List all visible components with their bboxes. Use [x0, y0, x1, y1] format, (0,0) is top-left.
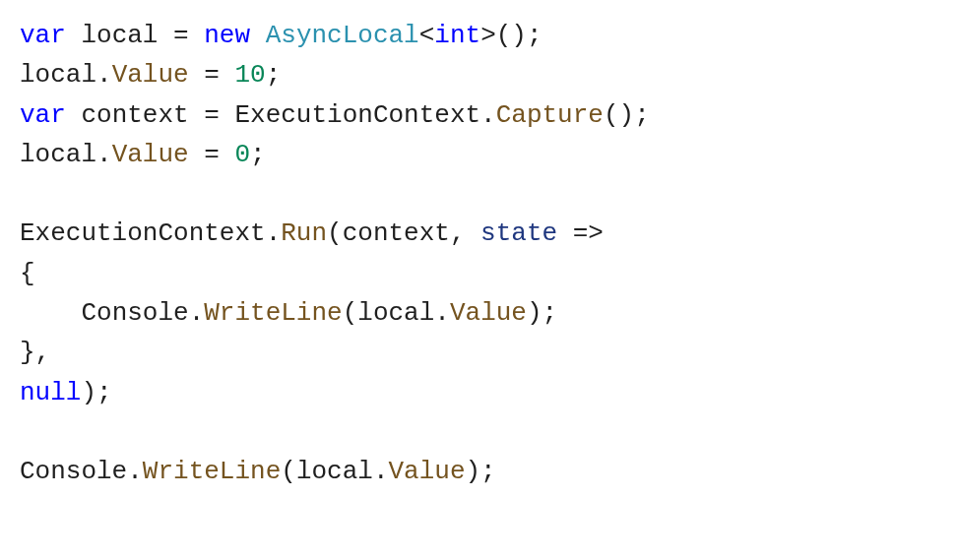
- code-line-7: {: [20, 259, 35, 288]
- method-writeline: WriteLine: [204, 298, 342, 328]
- code-line-10: null);: [20, 378, 112, 407]
- code-block: var local = new AsyncLocal<int>(); local…: [0, 0, 957, 508]
- identifier-local: local: [81, 21, 158, 50]
- method-run: Run: [281, 218, 327, 248]
- code-line-12: Console.WriteLine(local.Value);: [20, 457, 496, 486]
- code-line-2: local.Value = 10;: [20, 60, 281, 90]
- code-line-9: },: [20, 338, 50, 367]
- member-value: Value: [112, 60, 189, 90]
- keyword-int: int: [434, 21, 480, 50]
- class-console: Console: [81, 298, 188, 328]
- keyword-new: new: [204, 21, 250, 50]
- number-0: 0: [234, 140, 250, 169]
- param-state: state: [480, 218, 557, 248]
- class-executioncontext: ExecutionContext: [234, 100, 480, 130]
- code-line-4: local.Value = 0;: [20, 140, 266, 169]
- code-line-3: var context = ExecutionContext.Capture()…: [20, 100, 650, 130]
- keyword-var: var: [20, 21, 66, 50]
- code-line-6: ExecutionContext.Run(context, state =>: [20, 218, 604, 248]
- method-capture: Capture: [496, 100, 604, 130]
- number-10: 10: [234, 60, 265, 90]
- keyword-null: null: [20, 378, 81, 407]
- code-line-8: Console.WriteLine(local.Value);: [20, 298, 557, 328]
- code-line-1: var local = new AsyncLocal<int>();: [20, 21, 542, 50]
- type-asynclocal: AsyncLocal: [266, 21, 419, 50]
- identifier-context: context: [81, 100, 188, 130]
